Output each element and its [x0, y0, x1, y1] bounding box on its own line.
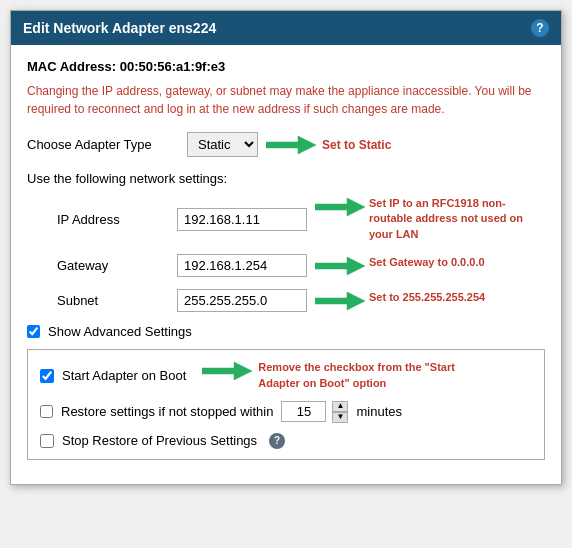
header-help-icon[interactable]: ?: [531, 19, 549, 37]
adapter-type-annotation-text: Set to Static: [322, 138, 391, 152]
subnet-label: Subnet: [57, 293, 177, 308]
svg-marker-2: [315, 257, 365, 275]
gateway-label: Gateway: [57, 258, 177, 273]
stop-restore-help-icon[interactable]: ?: [269, 433, 285, 449]
mac-address-label: MAC Address:: [27, 59, 116, 74]
boot-checkbox-row: Start Adapter on Boot Remove the checkbo…: [40, 360, 532, 391]
restore-label-after: minutes: [356, 404, 402, 419]
edit-network-adapter-dialog: Edit Network Adapter ens224 ? MAC Addres…: [10, 10, 562, 485]
boot-arrow-icon: [202, 360, 252, 382]
stop-restore-checkbox[interactable]: [40, 434, 54, 448]
subnet-row: Subnet Set to 255.255.255.254: [27, 289, 545, 312]
gateway-annotation: Set Gateway to 0.0.0.0: [315, 255, 485, 277]
mac-address-value: 00:50:56:a1:9f:e3: [120, 59, 226, 74]
svg-marker-0: [266, 136, 316, 154]
subnet-annotation-text: Set to 255.255.255.254: [369, 290, 485, 305]
start-adapter-on-boot-checkbox[interactable]: [40, 369, 54, 383]
svg-marker-1: [315, 198, 365, 216]
restore-settings-checkbox[interactable]: [40, 405, 53, 418]
adapter-type-row: Choose Adapter Type Static DHCP Set to S…: [27, 132, 545, 157]
restore-label-before[interactable]: Restore settings if not stopped within: [61, 404, 273, 419]
dialog-title: Edit Network Adapter ens224: [23, 20, 216, 36]
network-settings-label: Use the following network settings:: [27, 171, 545, 186]
svg-marker-4: [202, 362, 252, 380]
gateway-annotation-text: Set Gateway to 0.0.0.0: [369, 255, 485, 270]
ip-address-label: IP Address: [57, 212, 177, 227]
adapter-type-label: Choose Adapter Type: [27, 137, 187, 152]
ip-address-annotation: Set IP to an RFC1918 non-routable addres…: [315, 196, 525, 242]
boot-annotation-text: Remove the checkbox from the "Start Adap…: [258, 360, 478, 391]
ip-address-input[interactable]: [177, 208, 307, 231]
boot-annotation: Remove the checkbox from the "Start Adap…: [202, 360, 478, 391]
subnet-arrow-icon: [315, 290, 365, 312]
stop-restore-row: Stop Restore of Previous Settings ?: [40, 433, 532, 449]
ip-arrow-icon: [315, 196, 365, 218]
arrow-icon: [266, 134, 316, 156]
ip-address-row: IP Address Set IP to an RFC1918 non-rout…: [27, 196, 545, 242]
dialog-header: Edit Network Adapter ens224 ?: [11, 11, 561, 45]
advanced-settings-row: Show Advanced Settings: [27, 324, 545, 339]
dialog-body: MAC Address: 00:50:56:a1:9f:e3 Changing …: [11, 45, 561, 484]
mac-address-row: MAC Address: 00:50:56:a1:9f:e3: [27, 59, 545, 74]
boot-label[interactable]: Start Adapter on Boot: [62, 368, 186, 383]
svg-marker-3: [315, 292, 365, 310]
minutes-spinner[interactable]: ▲ ▼: [332, 401, 348, 423]
subnet-input[interactable]: [177, 289, 307, 312]
gateway-input[interactable]: [177, 254, 307, 277]
gateway-arrow-icon: [315, 255, 365, 277]
spinner-up[interactable]: ▲: [332, 401, 348, 412]
stop-restore-label[interactable]: Stop Restore of Previous Settings: [62, 433, 257, 448]
advanced-settings-label[interactable]: Show Advanced Settings: [48, 324, 192, 339]
restore-settings-row: Restore settings if not stopped within ▲…: [40, 401, 532, 423]
advanced-settings-checkbox[interactable]: [27, 325, 40, 338]
warning-text: Changing the IP address, gateway, or sub…: [27, 82, 545, 118]
gateway-row: Gateway Set Gateway to 0.0.0.0: [27, 254, 545, 277]
adapter-type-annotation: Set to Static: [266, 134, 391, 156]
ip-annotation-text: Set IP to an RFC1918 non-routable addres…: [369, 196, 525, 242]
subnet-annotation: Set to 255.255.255.254: [315, 290, 485, 312]
adapter-type-select[interactable]: Static DHCP: [187, 132, 258, 157]
minutes-input[interactable]: [281, 401, 326, 422]
advanced-settings-box: Start Adapter on Boot Remove the checkbo…: [27, 349, 545, 460]
spinner-down[interactable]: ▼: [332, 412, 348, 423]
